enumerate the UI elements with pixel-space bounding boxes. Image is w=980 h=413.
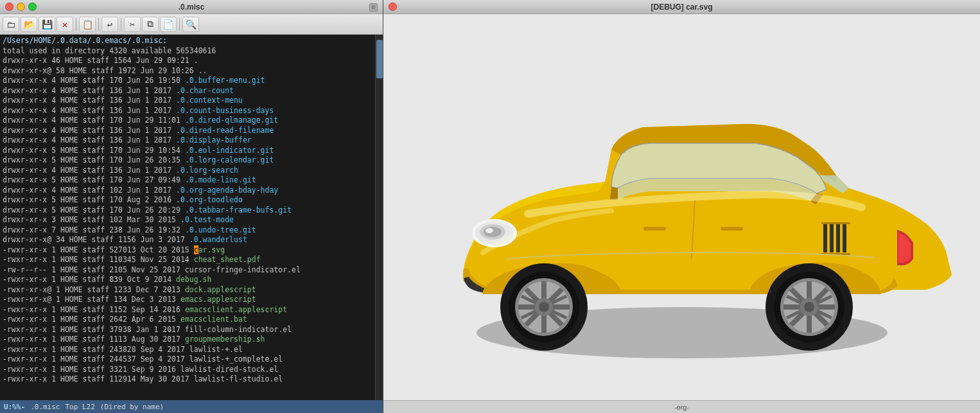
list-item[interactable]: drwxr-xr-x 4 HOME staff 136 Jun 1 2017 .… bbox=[3, 86, 372, 96]
separator-3 bbox=[121, 18, 121, 31]
svg-rect-1 bbox=[830, 224, 834, 252]
list-item[interactable]: drwxr-xr-x 5 HOME staff 170 Aug 2 2016 .… bbox=[3, 195, 372, 206]
resize-icon[interactable]: ⊡ bbox=[369, 3, 378, 12]
status-bar: U:%%- .0.misc Top L22 (Dired by name) bbox=[0, 400, 383, 413]
list-item[interactable]: -rwxr-xr-x 1 HOME staff 527013 Oct 20 20… bbox=[3, 245, 372, 256]
status-major-mode: (Dired by name) bbox=[100, 403, 164, 411]
dir-link[interactable]: .0.dired-qlmanage.git bbox=[185, 116, 278, 125]
list-item[interactable]: drwxr-xr-x 5 HOME staff 170 Jun 27 09:49… bbox=[3, 175, 372, 186]
exec-file[interactable]: groupmembership.sh bbox=[185, 335, 265, 344]
dir-link[interactable]: .0.test-mode bbox=[180, 215, 234, 224]
dir-link[interactable]: .0.tabbar-frame-bufs.git bbox=[185, 206, 292, 215]
separator-1 bbox=[76, 18, 76, 31]
left-panel: .0.misc ⊡ 🗀 📂 💾 ✕ 📋 ↩ ✂ ⧉ 📄 🔍 /Users/HOM… bbox=[0, 0, 383, 413]
right-title-bar: [DEBUG] car.svg bbox=[383, 0, 980, 14]
list-item[interactable]: -rwxr-xr-x 1 HOME staff 3321 Sep 9 2016 … bbox=[3, 365, 372, 375]
toolbar: 🗀 📂 💾 ✕ 📋 ↩ ✂ ⧉ 📄 🔍 bbox=[0, 14, 383, 35]
rear-hub-cap bbox=[804, 302, 814, 312]
list-item[interactable]: drwxr-xr-x 4 HOME staff 170 Jun 26 19:50… bbox=[3, 76, 372, 86]
exec-file[interactable]: dock.applescript bbox=[185, 285, 256, 294]
left-title-bar: .0.misc ⊡ bbox=[0, 0, 383, 14]
dir-link[interactable]: .0.wanderlust bbox=[189, 235, 247, 244]
right-status-bar: -org- bbox=[383, 400, 980, 413]
minimize-button[interactable] bbox=[17, 3, 25, 11]
close-button[interactable] bbox=[5, 3, 13, 11]
car-svg bbox=[399, 40, 965, 374]
exec-file[interactable]: debug.sh bbox=[176, 275, 211, 284]
left-window-title: .0.misc bbox=[179, 3, 205, 12]
list-item[interactable]: drwxr-xr-x 5 HOME staff 170 Jun 26 20:29… bbox=[3, 206, 372, 216]
list-item[interactable]: -rwxr-xr-x 1 HOME staff 244537 Sep 4 201… bbox=[3, 355, 372, 365]
list-item[interactable]: -rwxr-xr-x 1 HOME staff 112914 May 30 20… bbox=[3, 374, 372, 385]
dir-link[interactable]: .0.mode-line.git bbox=[185, 175, 256, 184]
list-item[interactable]: drwxr-xr-x 4 HOME staff 136 Jun 1 2017 .… bbox=[3, 96, 372, 106]
vertical-scrollbar[interactable] bbox=[375, 35, 383, 400]
list-item[interactable]: -rwxr-xr-x@ 1 HOME staff 1233 Dec 7 2013… bbox=[3, 285, 372, 295]
list-item[interactable]: drwxr-xr-x@ 34 HOME staff 1156 Jun 3 201… bbox=[3, 235, 372, 245]
list-item[interactable]: -rwxr-xr-x 1 HOME staff 1152 Sep 14 2016… bbox=[3, 305, 372, 315]
right-panel: [DEBUG] car.svg bbox=[383, 0, 980, 413]
list-item[interactable]: -rwxr-xr-x 1 HOME staff 243828 Sep 4 201… bbox=[3, 345, 372, 355]
svg-rect-2 bbox=[836, 224, 840, 252]
dir-link[interactable]: .0.eol-indicator.git bbox=[185, 146, 274, 155]
list-item[interactable]: drwxr-xr-x 46 HOME staff 1564 Jun 29 09:… bbox=[3, 56, 372, 66]
list-item[interactable]: -rwxr-xr-x 1 HOME staff 37938 Jan 1 2017… bbox=[3, 325, 372, 335]
list-item[interactable]: drwxr-xr-x 7 HOME staff 238 Jun 26 19:32… bbox=[3, 225, 372, 236]
list-item[interactable]: drwxr-xr-x 4 HOME staff 136 Jun 1 2017 .… bbox=[3, 126, 372, 136]
save-button[interactable]: 💾 bbox=[39, 17, 55, 32]
list-item[interactable]: drwxr-xr-x 4 HOME staff 136 Jun 1 2017 .… bbox=[3, 106, 372, 116]
close-file-button[interactable]: ✕ bbox=[57, 17, 73, 32]
paste-button[interactable]: 📄 bbox=[160, 17, 177, 32]
rear-door-handle bbox=[721, 227, 743, 231]
svg-rect-4 bbox=[821, 222, 850, 224]
open-button[interactable]: 📂 bbox=[21, 17, 37, 32]
copy-button[interactable]: ⧉ bbox=[142, 17, 159, 32]
dir-link[interactable]: .0.context-menu bbox=[176, 96, 243, 105]
dired-content: /Users/HOME/.0.data/.0.emacs/.0.misc: to… bbox=[0, 35, 383, 400]
dir-link[interactable]: .0.buffer-menu.git bbox=[185, 76, 265, 85]
dir-link[interactable]: .0.org-agenda-bday-hday bbox=[176, 186, 278, 195]
list-item[interactable]: drwxr-xr-x 4 HOME staff 102 Jun 1 2017 .… bbox=[3, 186, 372, 196]
right-close-button[interactable] bbox=[389, 3, 397, 11]
dir-link[interactable]: .0.display-buffer bbox=[176, 136, 252, 145]
list-item[interactable]: drwxr-xr-x 5 HOME staff 170 Jun 26 20:35… bbox=[3, 155, 372, 166]
exec-file[interactable]: emacsclient.applescript bbox=[185, 305, 287, 314]
dir-link[interactable]: .0.dired-read-filename bbox=[176, 126, 274, 135]
scrollbar-thumb[interactable] bbox=[376, 40, 383, 78]
new-folder-button[interactable]: 🗀 bbox=[3, 17, 19, 32]
list-item[interactable]: -rwxr-xr-x 1 HOME staff 1113 Aug 30 2017… bbox=[3, 335, 372, 345]
svg-viewer-content bbox=[383, 14, 980, 400]
dir-link[interactable]: .0.lorg-search bbox=[176, 166, 238, 175]
list-item[interactable]: drwxr-xr-x 5 HOME staff 170 Jun 29 10:54… bbox=[3, 146, 372, 156]
list-item[interactable]: -rw-r--r-- 1 HOME staff 2105 Nov 25 2017… bbox=[3, 265, 372, 276]
list-item[interactable]: -rwxr-xr-x 1 HOME staff 839 Oct 9 2014 d… bbox=[3, 275, 372, 285]
car-image-container bbox=[383, 14, 980, 400]
dir-link[interactable]: .0.org-toodledo bbox=[176, 195, 243, 204]
undo-button[interactable]: ↩ bbox=[101, 17, 118, 32]
svg-rect-3 bbox=[843, 224, 846, 252]
exec-file[interactable]: emacsclient.bat bbox=[180, 315, 247, 324]
status-position: Top L22 bbox=[65, 403, 94, 411]
list-item[interactable]: drwxr-xr-x 3 HOME staff 102 Mar 30 2015 … bbox=[3, 215, 372, 225]
cut-button[interactable]: ✂ bbox=[124, 17, 141, 32]
search-button[interactable]: 🔍 bbox=[182, 17, 199, 32]
status-buffer: .0.misc bbox=[30, 403, 60, 411]
dir-link[interactable]: .0.char-count bbox=[176, 86, 234, 95]
list-item[interactable]: drwxr-xr-x@ 58 HOME staff 1972 Jun 29 10… bbox=[3, 66, 372, 76]
dir-link[interactable]: .0.undo-tree.git bbox=[185, 225, 256, 234]
svg-rect-0 bbox=[823, 224, 827, 252]
dir-link[interactable]: .0.lorg-calendar.git bbox=[185, 155, 274, 164]
list-item[interactable]: drwxr-xr-x 4 HOME staff 136 Jun 1 2017 .… bbox=[3, 166, 372, 176]
directory-summary: total used in directory 4320 available 5… bbox=[3, 46, 372, 57]
exec-file[interactable]: emacs.applescript bbox=[180, 295, 256, 304]
list-item[interactable]: drwxr-xr-x 4 HOME staff 170 Jun 29 11:01… bbox=[3, 116, 372, 126]
list-item[interactable]: drwxr-xr-x 4 HOME staff 136 Jun 1 2017 .… bbox=[3, 136, 372, 146]
exec-file[interactable]: cheat_sheet.pdf bbox=[194, 255, 261, 264]
dir-link[interactable]: .0.count-business-days bbox=[176, 106, 274, 115]
list-item[interactable]: -rwxr-xr-x 1 HOME staff 110345 Nov 25 20… bbox=[3, 255, 372, 265]
list-item[interactable]: -rwxr-xr-x 1 HOME staff 2642 Apr 6 2015 … bbox=[3, 315, 372, 325]
maximize-button[interactable] bbox=[28, 3, 37, 11]
save-copy-button[interactable]: 📋 bbox=[79, 17, 96, 32]
title-bar-right-controls: ⊡ bbox=[369, 2, 378, 12]
list-item[interactable]: -rwxr-xr-x@ 1 HOME staff 134 Dec 3 2013 … bbox=[3, 295, 372, 305]
